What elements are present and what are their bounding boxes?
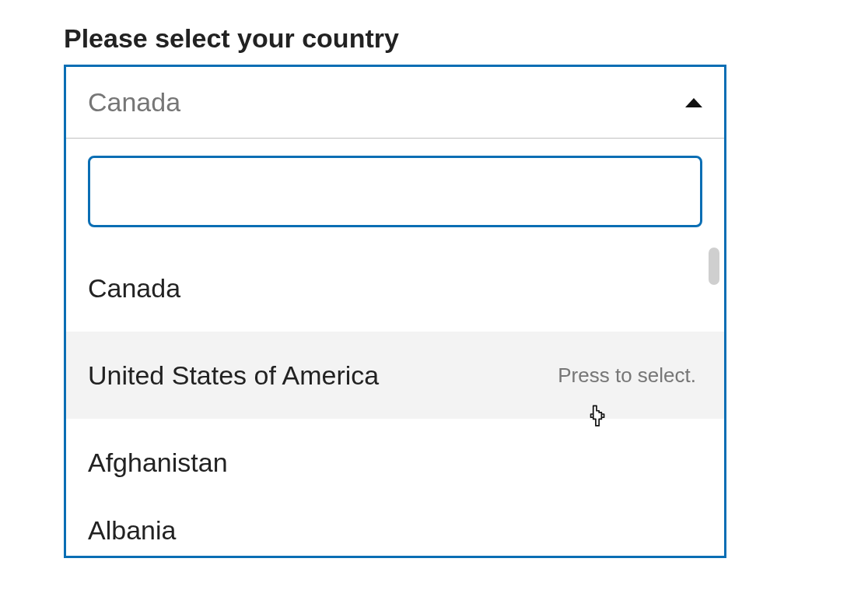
country-option-canada[interactable]: Canada xyxy=(66,244,724,332)
option-label: Afghanistan xyxy=(88,448,228,478)
caret-up-icon xyxy=(685,98,702,107)
country-combobox: Canada Canada United States of America P… xyxy=(64,65,726,558)
options-area: Canada United States of America Press to… xyxy=(66,244,724,556)
search-wrapper xyxy=(66,139,724,244)
option-hover-hint: Press to select. xyxy=(558,363,696,388)
option-label: Albania xyxy=(88,515,176,546)
option-label: Canada xyxy=(88,273,180,304)
country-option-usa[interactable]: United States of America Press to select… xyxy=(66,332,724,419)
options-list: Canada United States of America Press to… xyxy=(66,244,724,556)
country-option-afghanistan[interactable]: Afghanistan xyxy=(66,419,724,506)
country-search-input[interactable] xyxy=(88,156,702,227)
combobox-toggle[interactable]: Canada xyxy=(66,67,724,139)
combobox-selected-value: Canada xyxy=(88,87,180,118)
option-label: United States of America xyxy=(88,360,379,391)
country-option-albania[interactable]: Albania xyxy=(66,506,724,556)
field-label: Please select your country xyxy=(64,23,868,54)
